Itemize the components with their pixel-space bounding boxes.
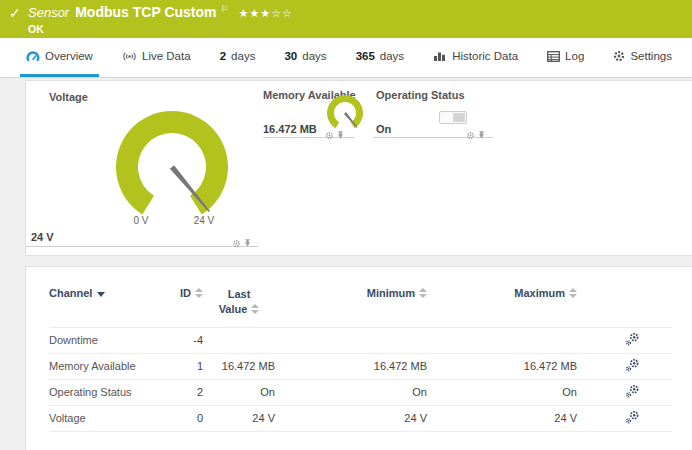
stars-empty: ☆☆ [271,7,293,19]
channel-last-value: On [203,379,275,405]
log-list-icon [547,51,560,62]
tab-label: days [302,50,326,62]
column-header-id[interactable]: ID [161,279,203,327]
voltage-value: 24 V [31,231,54,243]
tab-number: 365 [356,50,375,62]
sensor-status-bar: ✓ Sensor Modbus TCP Custom ⚐ ★★★☆☆ OK [0,0,692,38]
tab-2-days[interactable]: 2 days [214,38,262,77]
table-row[interactable]: Memory Available 1 16.472 MB 16.472 MB 1… [49,353,672,379]
divider [26,246,258,247]
gauge-scale-max: 24 V [186,215,222,226]
channel-minimum: 16.472 MB [275,353,427,379]
gear-icon [613,50,625,62]
column-header-minimum[interactable]: Minimum [275,279,427,327]
sensor-title: Modbus TCP Custom [75,4,216,20]
tab-365-days[interactable]: 365 days [350,38,410,77]
channel-name[interactable]: Voltage [49,405,161,431]
sort-icon [419,288,427,298]
tab-number: 30 [284,50,297,62]
channel-name[interactable]: Memory Available [49,353,161,379]
channel-id: 0 [161,405,203,431]
channel-name[interactable]: Downtime [49,327,161,353]
channel-minimum: On [275,379,427,405]
gauges-panel: Voltage 0 V 24 V 24 V Memory Available 1… [25,80,692,256]
sort-icon [251,304,259,314]
tab-settings[interactable]: Settings [607,38,678,77]
channel-minimum: 24 V [275,405,427,431]
memory-value: 16.472 MB [263,123,317,135]
channel-name[interactable]: Operating Status [49,379,161,405]
sort-desc-icon [97,292,105,297]
stars-filled: ★★★ [239,7,272,19]
table-row[interactable]: Downtime -4 [49,327,672,353]
memory-gauge-block: Memory Available 16.472 MB [263,85,363,145]
tab-overview[interactable]: Overview [20,38,99,77]
channel-last-value: 16.472 MB [203,353,275,379]
tab-label: Overview [45,50,93,62]
tab-label: days [380,50,404,62]
channel-maximum [427,327,577,353]
gauge-scale-min: 0 V [123,215,159,226]
channel-id: -4 [161,327,203,353]
channel-settings-icon[interactable] [625,414,640,426]
channel-minimum [275,327,427,353]
priority-stars[interactable]: ★★★☆☆ [239,7,293,20]
voltage-gauge [110,107,234,229]
sort-icon [569,288,577,298]
voltage-gauge-block: Voltage 0 V 24 V 24 V [26,81,259,257]
operating-status-value: On [376,123,391,135]
channel-maximum: 24 V [427,405,577,431]
switch-icon [439,111,467,124]
table-row[interactable]: Operating Status 2 On On On [49,379,672,405]
channel-settings-icon[interactable] [625,362,640,374]
pin-icon[interactable] [478,126,485,144]
column-header-maximum[interactable]: Maximum [427,279,577,327]
channel-id: 1 [161,353,203,379]
channel-id: 2 [161,379,203,405]
tab-historic-data[interactable]: Historic Data [427,38,524,77]
channel-maximum: 16.472 MB [427,353,577,379]
tab-30-days[interactable]: 30 days [278,38,332,77]
column-header-last-value[interactable]: LastValue [203,279,275,327]
channel-last-value [203,327,275,353]
channel-table-panel: Channel ID LastValue Minimum Maximum Dow… [25,266,692,450]
gear-icon[interactable] [232,234,241,252]
tab-label: days [231,50,255,62]
gear-icon[interactable] [466,126,475,144]
tab-label: Settings [630,50,672,62]
status-check-icon: ✓ [9,5,21,21]
flag-icon[interactable]: ⚐ [221,4,229,14]
overview-content: Voltage 0 V 24 V 24 V Memory Available 1… [0,78,692,450]
gauge-title: Voltage [49,91,88,103]
pin-icon[interactable] [337,126,344,144]
tab-log[interactable]: Log [541,38,590,77]
tab-live-data[interactable]: Live Data [116,38,197,77]
pin-icon[interactable] [244,234,251,252]
sensor-status-text: OK [28,23,293,35]
tab-label: Historic Data [452,50,518,62]
gauge-icon [26,50,40,62]
column-header-actions [577,279,672,327]
object-kind-label: Sensor [28,5,69,20]
table-row[interactable]: Voltage 0 24 V 24 V 24 V [49,405,672,431]
live-signal-icon [122,51,137,62]
tab-label: Live Data [142,50,191,62]
bar-chart-icon [433,50,447,62]
channel-maximum: On [427,379,577,405]
gear-icon[interactable] [325,126,334,144]
column-header-channel[interactable]: Channel [49,279,161,327]
channel-settings-icon[interactable] [625,388,640,400]
tab-number: 2 [220,50,226,62]
channel-table: Channel ID LastValue Minimum Maximum Dow… [49,279,672,432]
sort-icon [195,288,203,298]
channel-settings-icon[interactable] [625,336,640,348]
gauge-title: Operating Status [376,89,465,101]
tab-label: Log [565,50,584,62]
tab-bar: Overview Live Data 2 days 30 days 365 da… [0,38,692,78]
operating-status-block: Operating Status On [373,85,495,145]
channel-last-value: 24 V [203,405,275,431]
